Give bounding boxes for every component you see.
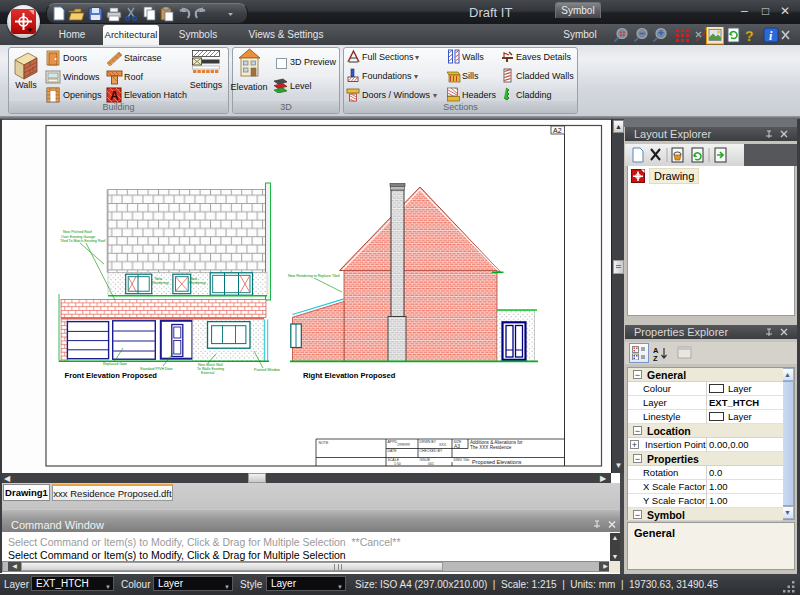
svg-text:1999/99: 1999/99 — [397, 443, 410, 447]
svg-text:A2: A2 — [553, 127, 562, 134]
svg-text:A: A — [110, 89, 119, 103]
svg-text:001: 001 — [428, 462, 434, 466]
svg-text:New Rendering to Replace Tiled: New Rendering to Replace Tiled — [288, 274, 340, 278]
svg-text:XXX: XXX — [439, 443, 447, 447]
svg-text:The XXX Residence: The XXX Residence — [470, 445, 512, 450]
svg-text:APPD: APPD — [388, 440, 398, 444]
svg-text:External: External — [201, 371, 214, 375]
svg-text:Right Elevation Proposed: Right Elevation Proposed — [303, 371, 396, 380]
svg-text:Rendering: Rendering — [189, 281, 206, 285]
svg-text:Replaced Gate: Replaced Gate — [103, 362, 127, 366]
svg-text:Proposed Elevations: Proposed Elevations — [472, 459, 522, 465]
svg-text:?: ? — [745, 28, 754, 44]
svg-text:A3: A3 — [454, 443, 460, 449]
svg-text:Front Elevation Proposed: Front Elevation Proposed — [65, 371, 158, 380]
svg-text:1:50: 1:50 — [394, 462, 401, 466]
svg-text:Painted Window: Painted Window — [254, 368, 280, 372]
svg-text:DATE: DATE — [388, 449, 398, 453]
svg-text:NOTE: NOTE — [319, 441, 329, 445]
svg-text:New Pitched Roof: New Pitched Roof — [63, 230, 92, 234]
svg-text:Tiled To Match Existing Roof: Tiled To Match Existing Roof — [60, 239, 105, 243]
svg-text:CHECKED BY: CHECKED BY — [420, 449, 443, 453]
svg-text:Rendering: Rendering — [152, 281, 169, 285]
svg-text:DWG Title: DWG Title — [454, 458, 470, 462]
svg-text:Z: Z — [653, 354, 658, 361]
svg-text:DRWN BY: DRWN BY — [420, 440, 437, 444]
svg-text:Standard PIVH Door: Standard PIVH Door — [140, 367, 174, 371]
svg-text:Over Existing Garage: Over Existing Garage — [61, 235, 95, 239]
